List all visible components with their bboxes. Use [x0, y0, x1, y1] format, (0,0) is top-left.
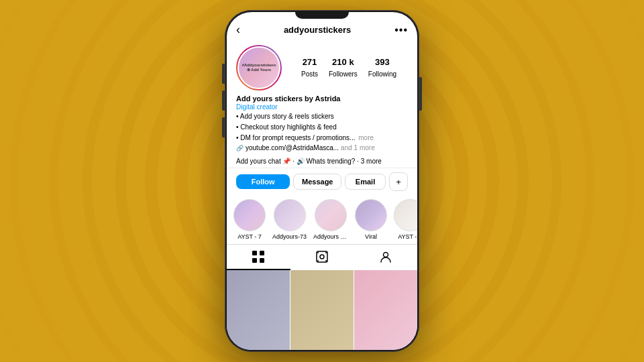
- bio-line-2: • Checkout story highlights & feed: [236, 123, 408, 132]
- svg-point-17: [320, 255, 324, 259]
- tab-tagged[interactable]: [354, 245, 417, 270]
- bio-line-3: • DM for prompt requests / promotions...…: [236, 133, 408, 143]
- svg-rect-12: [252, 251, 257, 255]
- add-person-icon: +: [396, 177, 401, 187]
- svg-point-18: [317, 252, 319, 253]
- following-count: 393: [368, 57, 396, 67]
- svg-point-19: [325, 252, 327, 253]
- profile-username: addyourstickers: [284, 25, 351, 35]
- svg-rect-15: [260, 258, 264, 263]
- avatar[interactable]: #Addyourstickers ⊕ Add Yours: [237, 46, 280, 89]
- profile-section: #Addyourstickers ⊕ Add Yours 271 Posts 2…: [227, 41, 417, 93]
- follow-button[interactable]: Follow: [236, 174, 290, 189]
- highlight-circle-3: [315, 199, 347, 231]
- reel-icon: [315, 250, 329, 263]
- bio-section: Add yours stickers by Astrida Digital cr…: [227, 93, 417, 156]
- screen-content: ‹ addyourstickers ••• #Addyourstickers ⊕…: [227, 12, 417, 350]
- tag-icon: [379, 250, 392, 263]
- highlight-label-4: Viral: [365, 233, 377, 240]
- ig-header: ‹ addyourstickers •••: [227, 20, 417, 41]
- following-stat[interactable]: 393 Following: [368, 57, 396, 79]
- phone-notch: [295, 12, 349, 19]
- highlight-label-2: Addyours-73: [272, 233, 307, 240]
- link-text: youtube.com/@AstridaMasca...: [246, 144, 339, 152]
- posts-label: Posts: [301, 70, 318, 78]
- followers-stat[interactable]: 210 k Followers: [329, 57, 358, 79]
- highlight-item-5[interactable]: AYST - 6: [394, 199, 417, 240]
- avatar-ring: #Addyourstickers ⊕ Add Yours: [236, 45, 282, 90]
- bio-more-link[interactable]: more: [358, 134, 374, 141]
- stats-row: 271 Posts 210 k Followers 393 Following: [290, 57, 408, 79]
- posts-stat: 271 Posts: [301, 57, 318, 79]
- followers-count: 210 k: [329, 57, 358, 67]
- svg-point-21: [325, 260, 327, 261]
- profile-link[interactable]: 🔗 youtube.com/@AstridaMasca... and 1 mor…: [236, 144, 408, 152]
- highlight-circle-4: [355, 199, 387, 231]
- svg-rect-13: [260, 251, 264, 255]
- phone-shell: ‹ addyourstickers ••• #Addyourstickers ⊕…: [225, 10, 419, 352]
- profile-tab-bar: [227, 244, 417, 270]
- following-label: Following: [368, 70, 396, 78]
- phone-mockup: ‹ addyourstickers ••• #Addyourstickers ⊕…: [225, 10, 419, 352]
- svg-point-22: [383, 253, 388, 257]
- tab-grid[interactable]: [227, 245, 290, 270]
- profile-category: Digital creator: [236, 103, 408, 111]
- action-buttons-row: Follow Message Email +: [227, 168, 417, 195]
- grid-thumb-2[interactable]: [290, 270, 354, 350]
- svg-point-20: [317, 260, 319, 261]
- highlight-label-3: Addyours D...: [313, 233, 348, 240]
- back-button[interactable]: ‹: [236, 23, 240, 37]
- svg-rect-14: [252, 258, 257, 263]
- highlights-section: AYST - 7 Addyours-73 Addyours D... Viral: [227, 195, 417, 243]
- followers-label: Followers: [329, 70, 358, 78]
- phone-screen: ‹ addyourstickers ••• #Addyourstickers ⊕…: [227, 12, 417, 350]
- highlight-circle-2: [274, 199, 306, 231]
- highlight-circle-5: [394, 199, 417, 231]
- highlight-circle-1: [233, 199, 266, 231]
- highlights-quick-text: Add yours chat 📌 · 🔊 Whats trending? · 3…: [236, 158, 382, 165]
- grid-thumb-3[interactable]: [354, 270, 417, 350]
- highlight-item-3[interactable]: Addyours D...: [313, 199, 348, 240]
- bio-line-1: • Add yours story & reels stickers: [236, 112, 408, 121]
- email-button[interactable]: Email: [345, 174, 386, 190]
- highlight-label-1: AYST - 7: [237, 233, 262, 240]
- grid-icon: [252, 250, 265, 263]
- posts-count: 271: [301, 57, 318, 67]
- highlights-quick-row: Add yours chat 📌 · 🔊 Whats trending? · 3…: [227, 156, 417, 168]
- message-button[interactable]: Message: [293, 174, 341, 190]
- more-options-button[interactable]: •••: [394, 24, 408, 36]
- link-more: and 1 more: [341, 144, 375, 152]
- highlight-label-5: AYST - 6: [398, 233, 417, 240]
- tab-reels[interactable]: [290, 245, 354, 270]
- grid-preview: [227, 270, 417, 350]
- avatar-text: #Addyourstickers ⊕ Add Yours: [239, 62, 279, 74]
- highlight-item-2[interactable]: Addyours-73: [272, 199, 307, 240]
- highlight-item-4[interactable]: Viral: [355, 199, 387, 240]
- grid-thumb-1[interactable]: [227, 270, 290, 350]
- profile-display-name: Add yours stickers by Astrida: [236, 95, 408, 103]
- add-person-button[interactable]: +: [389, 172, 408, 191]
- highlight-item-1[interactable]: AYST - 7: [233, 199, 266, 240]
